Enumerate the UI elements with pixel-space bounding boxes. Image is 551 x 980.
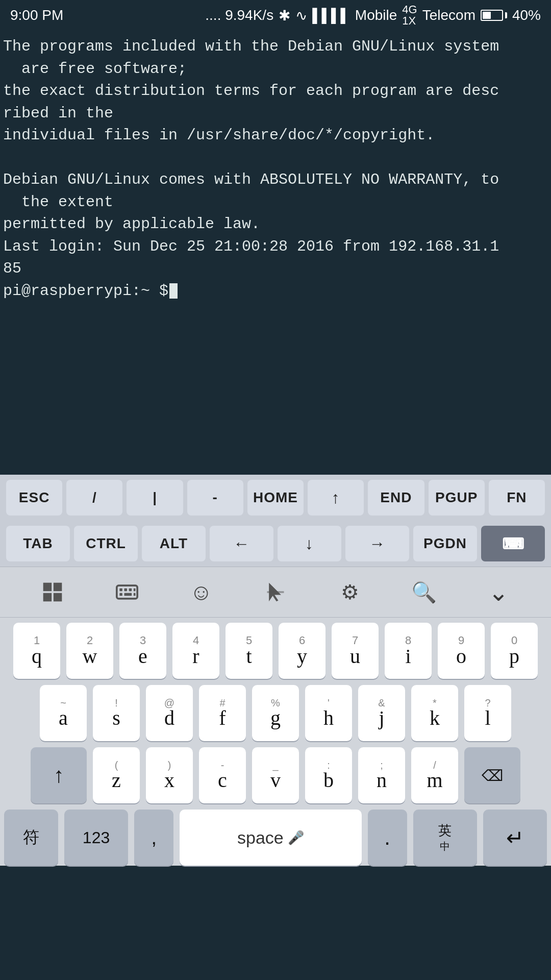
space-key[interactable]: space 🎤 [180, 810, 361, 866]
key-n[interactable]: ; n [358, 747, 405, 803]
key-w[interactable]: 2 w [66, 623, 113, 679]
ctrl-key[interactable]: CTRL [74, 526, 138, 561]
keyboard-toggle-key[interactable]: ⌨ [481, 526, 545, 561]
key-y[interactable]: 6 y [279, 623, 325, 679]
pgup-key[interactable]: PGUP [429, 480, 485, 516]
terminal-line: individual files in /usr/share/doc/*/cop… [3, 125, 548, 147]
key-h[interactable]: ' h [305, 685, 352, 741]
key-u[interactable]: 7 u [332, 623, 379, 679]
carrier-name: Telecom [422, 7, 475, 23]
slash-key[interactable]: / [66, 480, 122, 516]
period-key[interactable]: . [368, 810, 407, 866]
fn-key[interactable]: FN [489, 480, 545, 516]
left-arrow-key[interactable]: ← [210, 526, 273, 561]
key-a[interactable]: ~ a [40, 685, 87, 741]
special-row-2: TAB CTRL ALT ← ↓ → PGDN ⌨ [0, 521, 551, 567]
collapse-keyboard-button[interactable]: ⌄ [478, 574, 519, 610]
pgdn-key[interactable]: PGDN [413, 526, 477, 561]
keyboard-toolbar: ☺ ⚙ 🔍 ⌄ [0, 567, 551, 618]
key-j[interactable]: & j [358, 685, 405, 741]
search-button[interactable]: 🔍 [404, 574, 444, 610]
grid-icon [41, 581, 64, 603]
key-i[interactable]: 8 i [385, 623, 432, 679]
battery-indicator [481, 10, 507, 21]
mobile-label: Mobile [355, 7, 397, 23]
terminal-prompt: pi@raspberrypi:~ $ [3, 280, 168, 303]
key-k[interactable]: * k [411, 685, 458, 741]
tab-key[interactable]: TAB [6, 526, 70, 561]
key-b[interactable]: : b [305, 747, 352, 803]
status-bar: 9:00 PM .... 9.94K/s ✱ ∿ ▌▌▌▌ Mobile 4G1… [0, 0, 551, 31]
key-r[interactable]: 4 r [172, 623, 219, 679]
signal-icon: ▌▌▌▌ [312, 8, 350, 23]
terminal-display[interactable]: The programs included with the Debian GN… [0, 31, 551, 475]
svg-rect-1 [54, 583, 62, 592]
alt-key[interactable]: ALT [142, 526, 206, 561]
key-o[interactable]: 9 o [438, 623, 485, 679]
key-row-2: ~ a ! s @ d # f % g ' h & j * k [0, 685, 551, 741]
terminal-cursor [169, 283, 178, 299]
terminal-line: the extent [3, 191, 548, 214]
svg-rect-0 [43, 583, 52, 592]
symbol-key[interactable]: 符 [4, 810, 58, 866]
key-z[interactable]: ( z [93, 747, 140, 803]
key-q[interactable]: 1 q [13, 623, 60, 679]
pipe-key[interactable]: | [127, 480, 183, 516]
network-speed: .... 9.94K/s [205, 7, 273, 23]
key-t[interactable]: 5 t [226, 623, 272, 679]
keyboard-icon [116, 581, 138, 603]
bluetooth-icon: ✱ [279, 7, 290, 24]
terminal-line: permitted by applicable law. [3, 213, 548, 236]
svg-rect-10 [124, 593, 132, 596]
key-f[interactable]: # f [199, 685, 246, 741]
terminal-line: The programs included with the Debian GN… [3, 36, 548, 58]
home-key[interactable]: HOME [247, 480, 304, 516]
number-key[interactable]: 123 [64, 810, 128, 866]
enter-key[interactable]: ↵ [483, 810, 547, 866]
language-key[interactable]: 英中 [413, 810, 477, 866]
special-keys-panel: ESC / | - HOME ↑ END PGUP FN TAB CTRL AL… [0, 475, 551, 567]
end-key[interactable]: END [368, 480, 424, 516]
key-p[interactable]: 0 p [491, 623, 538, 679]
key-row-4: 符 123 , space 🎤 . 英中 ↵ [0, 810, 551, 866]
up-arrow-key[interactable]: ↑ [308, 480, 364, 516]
key-g[interactable]: % g [252, 685, 299, 741]
key-l[interactable]: ? l [464, 685, 511, 741]
special-row-1: ESC / | - HOME ↑ END PGUP FN [0, 475, 551, 521]
down-arrow-key[interactable]: ↓ [278, 526, 341, 561]
settings-button[interactable]: ⚙ [330, 574, 370, 610]
svg-rect-4 [116, 585, 137, 599]
esc-key[interactable]: ESC [6, 480, 62, 516]
backspace-key[interactable]: ⌫ [464, 747, 520, 803]
key-m[interactable]: / m [411, 747, 458, 803]
terminal-line: Last login: Sun Dec 25 21:00:28 2016 fro… [3, 236, 548, 258]
key-v[interactable]: _ v [252, 747, 299, 803]
minus-key[interactable]: - [187, 480, 243, 516]
shift-key[interactable]: ↑ [31, 747, 87, 803]
svg-rect-13 [267, 591, 284, 593]
time-display: 9:00 PM [10, 7, 63, 23]
right-arrow-key[interactable]: → [345, 526, 409, 561]
key-e[interactable]: 3 e [119, 623, 166, 679]
svg-rect-2 [43, 593, 52, 602]
terminal-line: Debian GNU/Linux comes with ABSOLUTELY N… [3, 169, 548, 191]
svg-rect-8 [133, 589, 135, 592]
cursor-button[interactable] [255, 574, 296, 610]
key-s[interactable]: ! s [93, 685, 140, 741]
svg-rect-6 [124, 589, 127, 592]
key-c[interactable]: - c [199, 747, 246, 803]
wifi-icon: ∿ [295, 7, 307, 24]
terminal-line: ribed in the [3, 103, 548, 125]
svg-rect-3 [54, 593, 62, 602]
comma-key[interactable]: , [134, 810, 173, 866]
emoji-button[interactable]: ☺ [181, 574, 221, 610]
key-d[interactable]: @ d [146, 685, 193, 741]
key-x[interactable]: ) x [146, 747, 193, 803]
keyboard-panel: 1 q 2 w 3 e 4 r 5 t 6 y 7 u 8 i [0, 618, 551, 866]
svg-rect-7 [129, 589, 131, 592]
svg-rect-9 [119, 593, 122, 596]
grid-view-button[interactable] [32, 574, 73, 610]
keyboard-switch-button[interactable] [107, 574, 147, 610]
terminal-prompt-line[interactable]: pi@raspberrypi:~ $ [3, 280, 548, 303]
battery-percent: 40% [512, 7, 541, 23]
